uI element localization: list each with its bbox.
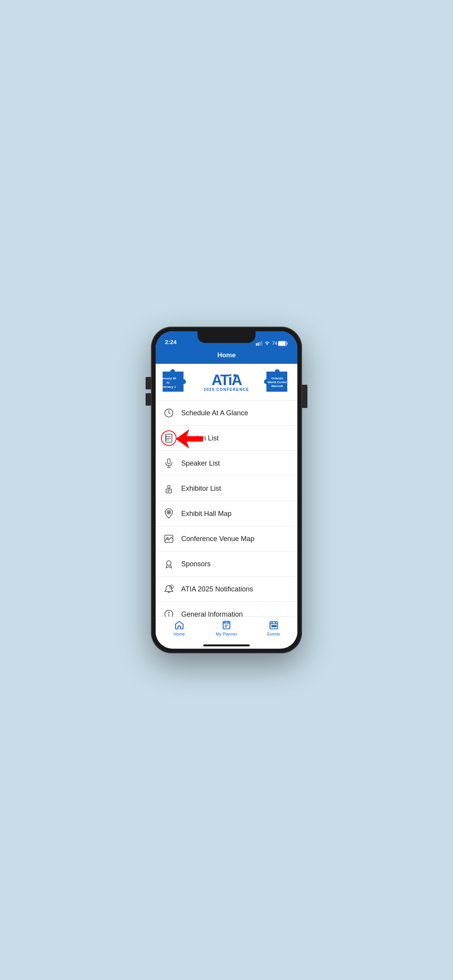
menu-item-venue-map[interactable]: Conference Venue Map <box>156 526 297 552</box>
main-content: January 30 to February 1 ATi A 2025 CO <box>156 364 297 617</box>
menu-item-exhibit-map[interactable]: Exhibit Hall Map <box>156 501 297 526</box>
signal-icon <box>256 341 262 346</box>
menu-label-speaker: Speaker List <box>181 459 220 468</box>
banner-puzzle-left: January 30 to February 1 <box>160 368 190 396</box>
menu-item-notifications[interactable]: ! ATIA 2025 Notifications <box>156 577 297 602</box>
svg-rect-3 <box>261 341 262 346</box>
events-tab-icon <box>269 620 279 630</box>
svg-text:World Center: World Center <box>268 380 287 384</box>
wifi-icon <box>264 341 270 346</box>
svg-rect-1 <box>257 343 259 346</box>
menu-label-schedule: Schedule At A Glance <box>181 409 248 417</box>
tab-home-label: Home <box>173 632 185 636</box>
battery-level: 74 <box>272 341 277 346</box>
award-icon <box>162 557 176 571</box>
svg-text:to: to <box>166 381 170 384</box>
tab-bar: Home My Planner <box>156 617 297 644</box>
notch <box>197 331 256 343</box>
phone-frame: 2:24 74 <box>151 327 302 653</box>
tab-planner[interactable]: My Planner <box>211 620 242 636</box>
menu-label-general-info: General Information <box>181 610 243 617</box>
battery-indicator: 74 <box>272 341 288 346</box>
svg-rect-0 <box>256 343 257 346</box>
menu-item-speaker[interactable]: Speaker List <box>156 451 297 476</box>
svg-rect-67 <box>275 625 276 627</box>
menu-item-schedule[interactable]: Schedule At A Glance <box>156 401 297 426</box>
battery-icon <box>278 341 288 346</box>
svg-rect-66 <box>273 625 275 627</box>
volume-down-button[interactable] <box>146 393 151 406</box>
session-list-highlight-circle <box>161 430 177 446</box>
menu-label-notifications: ATIA 2025 Notifications <box>181 585 253 593</box>
svg-rect-26 <box>166 489 172 493</box>
session-list-icon-wrapper <box>162 431 176 445</box>
tab-home[interactable]: Home <box>164 620 195 636</box>
person-badge-icon <box>162 481 176 495</box>
svg-point-25 <box>168 485 170 488</box>
volume-up-button[interactable] <box>146 377 151 389</box>
app-header: Home <box>156 348 297 364</box>
info-icon <box>162 607 176 617</box>
svg-text:Orlando: Orlando <box>271 377 283 380</box>
svg-text:January 30: January 30 <box>160 377 176 380</box>
home-tab-icon <box>174 620 184 630</box>
svg-point-30 <box>168 512 170 513</box>
menu-item-session-list[interactable]: Session List <box>156 426 297 451</box>
phone-screen: 2:24 74 <box>156 331 297 649</box>
svg-rect-22 <box>168 459 170 464</box>
microphone-icon <box>162 456 176 470</box>
svg-text:February 1: February 1 <box>160 385 176 389</box>
conference-banner: January 30 to February 1 ATi A 2025 CO <box>156 364 297 401</box>
bell-icon: ! <box>162 582 176 596</box>
puzzle-right-icon: Orlando World Center Marriott <box>263 368 290 395</box>
svg-point-38 <box>168 612 169 613</box>
conference-logo: ATi A 2025 CONFERENCE <box>190 373 263 392</box>
svg-text:Marriott: Marriott <box>271 384 283 388</box>
menu-label-sponsors: Sponsors <box>181 560 211 568</box>
menu-item-sponsors[interactable]: Sponsors <box>156 552 297 577</box>
status-icons: 74 <box>256 341 288 346</box>
svg-text:!: ! <box>171 586 172 589</box>
logo-subtitle: 2025 CONFERENCE <box>192 387 261 392</box>
banner-puzzle-right: Orlando World Center Marriott <box>263 368 293 396</box>
menu-item-general-info[interactable]: General Information <box>156 602 297 617</box>
tab-events[interactable]: Events <box>258 620 289 636</box>
svg-rect-5 <box>287 343 288 344</box>
svg-rect-6 <box>279 341 286 345</box>
status-time: 2:24 <box>165 339 177 346</box>
menu-label-exhibitor: Exhibitor List <box>181 485 221 493</box>
menu-label-venue-map: Conference Venue Map <box>181 535 254 543</box>
logo-text: ATi <box>211 373 232 387</box>
header-title: Home <box>217 351 235 359</box>
power-button[interactable] <box>302 385 307 408</box>
menu-item-exhibitor[interactable]: Exhibitor List <box>156 476 297 501</box>
puzzle-left-icon: January 30 to February 1 <box>160 368 187 395</box>
map-icon <box>162 532 176 546</box>
planner-tab-icon <box>221 620 232 630</box>
tab-planner-label: My Planner <box>216 632 237 636</box>
svg-rect-2 <box>259 342 261 346</box>
home-indicator <box>203 644 250 646</box>
menu-label-exhibit-map: Exhibit Hall Map <box>181 510 232 518</box>
tab-events-label: Events <box>267 632 280 636</box>
svg-rect-31 <box>165 535 173 543</box>
svg-point-33 <box>166 561 171 565</box>
clock-icon <box>162 406 176 420</box>
pin-icon <box>162 507 176 521</box>
svg-rect-65 <box>272 625 273 627</box>
menu-label-session-list: Session List <box>181 434 219 442</box>
